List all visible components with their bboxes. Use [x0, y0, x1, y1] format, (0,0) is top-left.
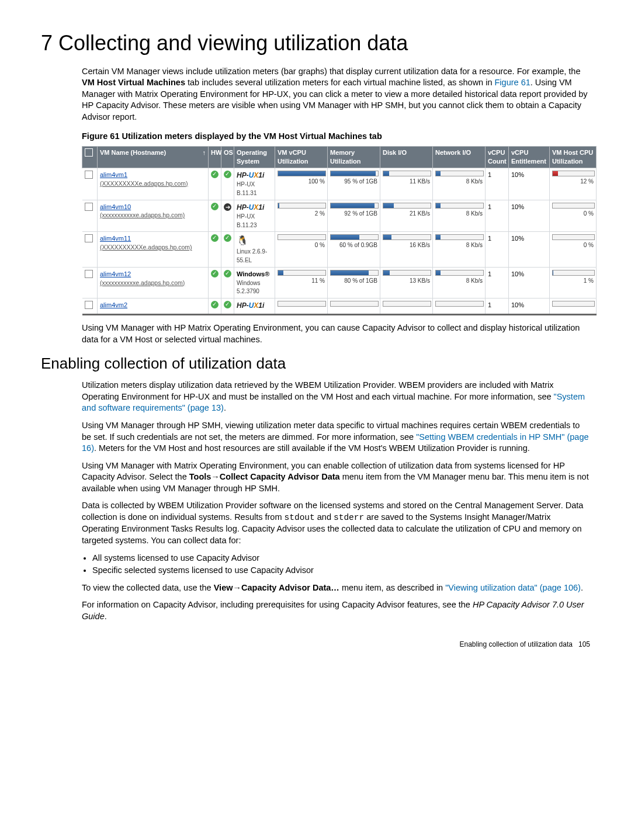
disk-meter[interactable]: [380, 298, 433, 315]
vcpu-meter[interactable]: 11 %: [275, 267, 328, 298]
hw-status: [209, 298, 221, 315]
table-row: alim4vm12(xxxxxxxxxxxe.adapps.hp.com)Win…: [82, 267, 597, 298]
status-arrow-icon: ➔: [224, 203, 231, 211]
net-meter[interactable]: [433, 298, 486, 315]
net-meter[interactable]: 8 Kb/s: [433, 232, 486, 267]
status-ok-icon: [224, 301, 231, 308]
windows-label: Windows®: [237, 270, 269, 277]
hpux-logo: HP-UX1i: [237, 171, 264, 179]
vm-link[interactable]: alim4vm1: [100, 171, 127, 178]
mem-meter[interactable]: 80 % of 1GB: [328, 267, 380, 298]
col-vmname[interactable]: VM Name (Hostname) ↑: [98, 146, 209, 168]
os-cell: HP-UX1i: [234, 298, 275, 315]
host-cpu-meter[interactable]: 1 %: [550, 267, 597, 298]
vcpu-count: 1: [486, 168, 509, 200]
vm-link[interactable]: alim4vm2: [100, 301, 127, 308]
row-checkbox[interactable]: [82, 232, 98, 267]
net-meter[interactable]: 8 Kb/s: [433, 267, 486, 298]
wbem-paragraph: Utilization meters display utilization d…: [82, 380, 590, 414]
tools-menu: Tools: [189, 472, 212, 481]
vcpu-meter[interactable]: 2 %: [275, 200, 328, 232]
disk-meter[interactable]: 16 KB/s: [380, 232, 433, 267]
table-header-row: VM Name (Hostname) ↑ HW OS Operating Sys…: [82, 146, 597, 168]
vm-link[interactable]: alim4vm11: [100, 235, 131, 242]
vcpu-count: 1: [486, 298, 509, 315]
host-cpu-meter[interactable]: 12 %: [550, 168, 597, 200]
page-footer: Enabling collection of utilization data …: [41, 640, 590, 649]
vcpu-count: 1: [486, 267, 509, 298]
disk-meter[interactable]: 13 KB/s: [380, 267, 433, 298]
vm-link[interactable]: alim4vm12: [100, 270, 131, 277]
net-meter[interactable]: 8 Kb/s: [433, 168, 486, 200]
page-title: 7 Collecting and viewing utilization dat…: [41, 29, 590, 58]
os-status: ➔: [221, 200, 234, 232]
viewing-data-link[interactable]: "Viewing utilization data" (page 106): [445, 583, 581, 592]
os-status: [221, 232, 234, 267]
os-cell: Windows®Windows 5.2.3790: [234, 267, 275, 298]
col-vcpu-util[interactable]: VM vCPU Utilization: [275, 146, 328, 168]
vcpu-ent: 10%: [509, 168, 550, 200]
vm-machines-table: VM Name (Hostname) ↑ HW OS Operating Sys…: [82, 146, 597, 315]
col-checkbox[interactable]: [82, 146, 98, 168]
disk-meter[interactable]: 21 KB/s: [380, 200, 433, 232]
vcpu-meter[interactable]: [275, 298, 328, 315]
hw-status: [209, 200, 221, 232]
col-host-cpu[interactable]: VM Host CPU Utilization: [550, 146, 597, 168]
mem-meter[interactable]: 95 % of 1GB: [328, 168, 380, 200]
col-vcpu-count[interactable]: vCPU Count: [486, 146, 509, 168]
col-opsys[interactable]: Operating System: [234, 146, 275, 168]
row-checkbox[interactable]: [82, 298, 98, 315]
collect-options-list: All systems licensed to use Capacity Adv…: [92, 553, 590, 577]
hpux-logo: HP-UX1i: [237, 203, 264, 211]
vcpu-count: 1: [486, 232, 509, 267]
tools-menu-paragraph: Using VM Manager with Matrix Operating E…: [82, 460, 590, 495]
hw-status: [209, 168, 221, 200]
vm-link[interactable]: alim4vm10: [100, 203, 131, 210]
figure-link[interactable]: Figure 61: [495, 78, 531, 87]
hw-status: [209, 267, 221, 298]
vcpu-ent: 10%: [509, 232, 550, 267]
mem-meter[interactable]: 60 % of 0.9GB: [328, 232, 380, 267]
vm-name-cell: alim4vm2: [98, 298, 209, 315]
disk-meter[interactable]: 11 KB/s: [380, 168, 433, 200]
vm-name-cell: alim4vm10(xxxxxxxxxxxe.adapps.hp.com): [98, 200, 209, 232]
os-cell: 🐧Linux 2.6.9-55.EL: [234, 232, 275, 267]
os-status: [221, 267, 234, 298]
collection-paragraph: Data is collected by WBEM Utilization Pr…: [82, 500, 590, 546]
status-ok-icon: [211, 171, 219, 178]
after-figure-paragraph: Using VM Manager with HP Matrix Operatin…: [82, 322, 590, 345]
footer-page-number: 105: [578, 640, 590, 648]
hw-status: [209, 232, 221, 267]
col-mem-util[interactable]: Memory Utilization: [328, 146, 380, 168]
linux-icon: 🐧: [237, 235, 248, 245]
vcpu-meter[interactable]: 100 %: [275, 168, 328, 200]
col-net-io[interactable]: Network I/O: [433, 146, 486, 168]
row-checkbox[interactable]: [82, 267, 98, 298]
host-cpu-meter[interactable]: 0 %: [550, 200, 597, 232]
intro-paragraph: Certain VM Manager views include utiliza…: [82, 66, 590, 123]
smh-paragraph: Using VM Manager through HP SMH, viewing…: [82, 420, 590, 454]
stderr-code: stderr: [334, 513, 364, 522]
table-row: alim4vm11(XXXXXXXXXXe.adapps.hp.com)🐧Lin…: [82, 232, 597, 267]
capacity-data-menu-item: Capacity Advisor Data…: [241, 583, 339, 592]
row-checkbox[interactable]: [82, 200, 98, 232]
row-checkbox[interactable]: [82, 168, 98, 200]
vcpu-ent: 10%: [509, 298, 550, 315]
vcpu-meter[interactable]: 0 %: [275, 232, 328, 267]
col-os[interactable]: OS: [221, 146, 234, 168]
host-cpu-meter[interactable]: 0 %: [550, 232, 597, 267]
os-cell: HP-UX1iHP-UX B.11.31: [234, 168, 275, 200]
mem-meter[interactable]: 92 % of 1GB: [328, 200, 380, 232]
guide-ref-paragraph: For information on Capacity Advisor, inc…: [82, 599, 590, 622]
figure-caption: Figure 61 Utilization meters displayed b…: [82, 131, 590, 143]
col-disk-io[interactable]: Disk I/O: [380, 146, 433, 168]
status-ok-icon: [224, 171, 231, 178]
table-row: alim4vm1(XXXXXXXXXe.adapps.hp.com)HP-UX1…: [82, 168, 597, 200]
mem-meter[interactable]: [328, 298, 380, 315]
host-cpu-meter[interactable]: [550, 298, 597, 315]
collect-menu-item: Collect Capacity Advisor Data: [220, 472, 340, 481]
col-hw[interactable]: HW: [209, 146, 221, 168]
col-vcpu-ent[interactable]: vCPU Entitlement: [509, 146, 550, 168]
net-meter[interactable]: 8 Kb/s: [433, 200, 486, 232]
status-ok-icon: [224, 270, 231, 277]
